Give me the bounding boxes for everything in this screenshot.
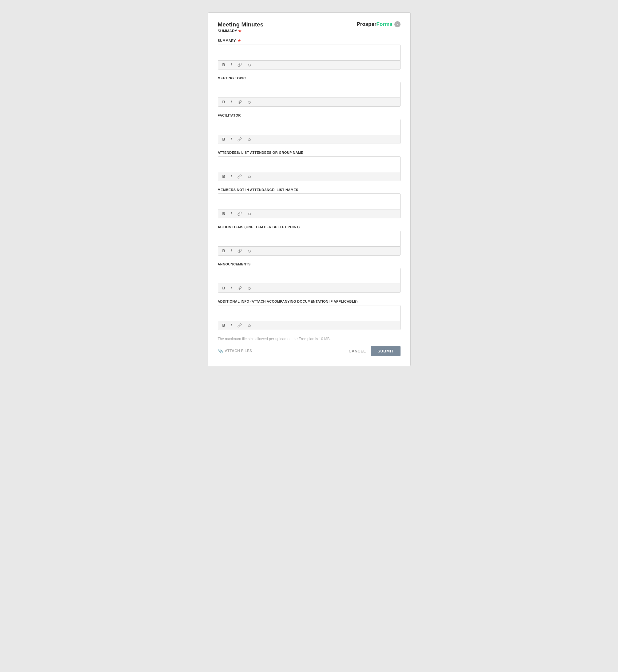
- form-title-block: Meeting Minutes SUMMARY★: [218, 21, 264, 33]
- editor-announcements: BI☺: [218, 268, 401, 293]
- link-button-meeting_topic[interactable]: [236, 99, 243, 105]
- input-members_not_attending[interactable]: [218, 194, 400, 209]
- emoji-button-action_items[interactable]: ☺: [246, 248, 253, 254]
- field-group-summary: SUMMARY ★BI☺: [218, 39, 401, 70]
- emoji-button-summary[interactable]: ☺: [246, 62, 253, 68]
- editor-members_not_attending: BI☺: [218, 194, 401, 218]
- italic-button-meeting_topic[interactable]: I: [229, 99, 233, 105]
- fields-container: SUMMARY ★BI☺MEETING TOPICBI☺FACILITATORB…: [218, 39, 401, 330]
- input-facilitator[interactable]: [218, 119, 400, 135]
- link-button-additional_info[interactable]: [236, 323, 243, 328]
- toolbar-summary: BI☺: [218, 60, 400, 69]
- italic-button-additional_info[interactable]: I: [229, 323, 233, 328]
- emoji-button-attendees[interactable]: ☺: [246, 174, 253, 179]
- footer-section: The maximum file size allowed per upload…: [218, 337, 401, 356]
- input-action_items[interactable]: [218, 231, 400, 246]
- required-indicator: ★: [238, 29, 241, 33]
- italic-button-members_not_attending[interactable]: I: [229, 211, 233, 216]
- field-group-additional_info: ADDITIONAL INFO (ATTACH ACCOMPANYING DOC…: [218, 300, 401, 330]
- label-attendees: ATTENDEES: LIST ATTENDEES OR GROUP NAME: [218, 151, 401, 154]
- field-group-facilitator: FACILITATORBI☺: [218, 113, 401, 144]
- toolbar-meeting_topic: BI☺: [218, 98, 400, 106]
- italic-button-facilitator[interactable]: I: [229, 136, 233, 142]
- form-header: Meeting Minutes SUMMARY★ ProsperForms ×: [218, 21, 401, 33]
- toolbar-attendees: BI☺: [218, 172, 400, 181]
- prosper-forms-logo: ProsperForms: [356, 21, 392, 27]
- cancel-button[interactable]: CANCEL: [348, 349, 366, 353]
- toolbar-additional_info: BI☺: [218, 321, 400, 330]
- bold-button-summary[interactable]: B: [221, 62, 226, 67]
- editor-attendees: BI☺: [218, 156, 401, 181]
- input-additional_info[interactable]: [218, 305, 400, 321]
- emoji-button-additional_info[interactable]: ☺: [246, 323, 253, 328]
- label-action_items: ACTION ITEMS (ONE ITEM PER BULLET POINT): [218, 225, 401, 229]
- form-subtitle: SUMMARY★: [218, 29, 264, 33]
- italic-button-announcements[interactable]: I: [229, 286, 233, 291]
- emoji-button-announcements[interactable]: ☺: [246, 286, 253, 291]
- link-button-attendees[interactable]: [236, 174, 243, 179]
- field-group-action_items: ACTION ITEMS (ONE ITEM PER BULLET POINT)…: [218, 225, 401, 255]
- input-meeting_topic[interactable]: [218, 82, 400, 98]
- link-button-announcements[interactable]: [236, 286, 243, 291]
- required-star: ★: [237, 39, 241, 42]
- link-button-action_items[interactable]: [236, 248, 243, 254]
- editor-facilitator: BI☺: [218, 119, 401, 144]
- link-button-summary[interactable]: [236, 62, 243, 68]
- bold-button-announcements[interactable]: B: [221, 286, 226, 291]
- editor-additional_info: BI☺: [218, 305, 401, 330]
- field-group-meeting_topic: MEETING TOPICBI☺: [218, 76, 401, 107]
- toolbar-action_items: BI☺: [218, 246, 400, 255]
- field-group-attendees: ATTENDEES: LIST ATTENDEES OR GROUP NAMEB…: [218, 151, 401, 181]
- input-announcements[interactable]: [218, 268, 400, 284]
- bold-button-members_not_attending[interactable]: B: [221, 211, 226, 216]
- attach-files-button[interactable]: 📎 ATTACH FILES: [218, 348, 252, 353]
- label-meeting_topic: MEETING TOPIC: [218, 76, 401, 80]
- toolbar-announcements: BI☺: [218, 284, 400, 293]
- emoji-button-meeting_topic[interactable]: ☺: [246, 99, 253, 105]
- bold-button-facilitator[interactable]: B: [221, 136, 226, 142]
- submit-button[interactable]: SUBMIT: [371, 346, 400, 356]
- field-group-members_not_attending: MEMBERS NOT IN ATTENDANCE: LIST NAMESBI☺: [218, 188, 401, 218]
- bold-button-action_items[interactable]: B: [221, 248, 226, 253]
- label-additional_info: ADDITIONAL INFO (ATTACH ACCOMPANYING DOC…: [218, 300, 401, 303]
- italic-button-attendees[interactable]: I: [229, 174, 233, 179]
- toolbar-members_not_attending: BI☺: [218, 209, 400, 218]
- bold-button-meeting_topic[interactable]: B: [221, 99, 226, 105]
- italic-button-action_items[interactable]: I: [229, 248, 233, 253]
- editor-meeting_topic: BI☺: [218, 82, 401, 107]
- paperclip-icon: 📎: [218, 348, 223, 353]
- toolbar-facilitator: BI☺: [218, 135, 400, 144]
- editor-action_items: BI☺: [218, 231, 401, 255]
- italic-button-summary[interactable]: I: [229, 62, 233, 67]
- close-button[interactable]: ×: [394, 21, 401, 27]
- form-actions: 📎 ATTACH FILES CANCEL SUBMIT: [218, 346, 401, 356]
- label-members_not_attending: MEMBERS NOT IN ATTENDANCE: LIST NAMES: [218, 188, 401, 192]
- bold-button-additional_info[interactable]: B: [221, 323, 226, 328]
- form-title: Meeting Minutes: [218, 21, 264, 28]
- label-facilitator: FACILITATOR: [218, 113, 401, 117]
- logo-wrapper: ProsperForms ×: [356, 21, 400, 27]
- input-summary[interactable]: [218, 45, 400, 60]
- label-summary: SUMMARY ★: [218, 39, 401, 43]
- action-buttons: CANCEL SUBMIT: [348, 346, 400, 356]
- emoji-button-facilitator[interactable]: ☺: [246, 136, 253, 142]
- input-attendees[interactable]: [218, 156, 400, 172]
- link-button-members_not_attending[interactable]: [236, 211, 243, 217]
- file-size-note: The maximum file size allowed per upload…: [218, 337, 401, 341]
- bold-button-attendees[interactable]: B: [221, 174, 226, 179]
- link-button-facilitator[interactable]: [236, 136, 243, 142]
- emoji-button-members_not_attending[interactable]: ☺: [246, 211, 253, 217]
- label-announcements: ANNOUNCEMENTS: [218, 262, 401, 266]
- field-group-announcements: ANNOUNCEMENTSBI☺: [218, 262, 401, 293]
- form-container: Meeting Minutes SUMMARY★ ProsperForms × …: [208, 12, 411, 366]
- editor-summary: BI☺: [218, 44, 401, 70]
